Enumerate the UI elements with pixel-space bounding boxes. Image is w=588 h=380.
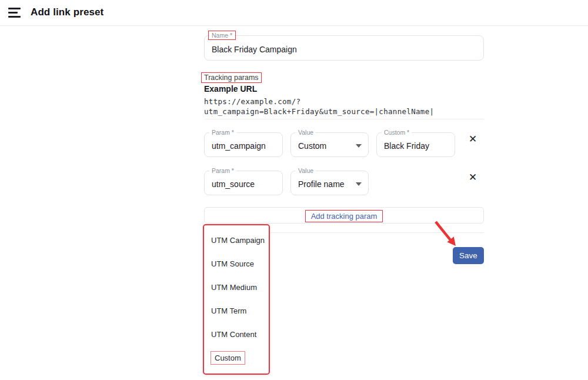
dropdown-option-custom[interactable]: Custom xyxy=(204,346,269,370)
name-field[interactable]: Name * Black Friday Campaign xyxy=(204,35,484,61)
example-url-line2: utm_campaign=Black+Friday&utm_source=|ch… xyxy=(204,107,434,116)
param-value-row1: utm_campaign xyxy=(212,141,266,151)
name-field-label: Name * xyxy=(209,32,235,39)
remove-param-row1-button[interactable]: ✕ xyxy=(467,134,478,145)
page: Add link preset Name * Black Friday Camp… xyxy=(0,0,588,380)
chevron-down-icon xyxy=(356,182,362,186)
divider xyxy=(204,119,484,119)
value-select-row2[interactable]: Value Profile name xyxy=(290,171,369,195)
tracking-params-label: Tracking params xyxy=(202,73,261,82)
name-field-value: Black Friday Campaign xyxy=(212,44,297,54)
value-label-row1: Value xyxy=(296,129,316,136)
hamburger-menu-icon[interactable] xyxy=(8,8,21,18)
custom-label-row1: Custom * xyxy=(382,129,412,136)
custom-option-label: Custom xyxy=(211,352,245,364)
app-header: Add link preset xyxy=(0,0,588,26)
value-select-row1[interactable]: Value Custom xyxy=(290,132,369,157)
param-label-row1: Param * xyxy=(209,129,236,136)
dropdown-option-utm-term[interactable]: UTM Term xyxy=(204,299,269,323)
example-url-line1: https://example.com/? xyxy=(204,97,300,106)
add-tracking-param-label: Add tracking param xyxy=(306,211,383,222)
param-label-row2: Param * xyxy=(209,167,236,174)
save-button[interactable]: Save xyxy=(453,247,484,264)
param-input-row1[interactable]: Param * utm_campaign xyxy=(204,132,283,157)
param-value-row2: utm_source xyxy=(212,179,255,189)
add-tracking-param-button[interactable]: Add tracking param xyxy=(204,207,484,224)
page-title: Add link preset xyxy=(31,6,103,18)
value-selected-row2: Profile name xyxy=(298,179,345,189)
remove-param-row2-button[interactable]: ✕ xyxy=(467,172,478,183)
param-input-row2[interactable]: Param * utm_source xyxy=(204,171,283,195)
param-type-dropdown: UTM Campaign UTM Source UTM Medium UTM T… xyxy=(204,225,269,374)
value-selected-row1: Custom xyxy=(298,141,326,151)
dropdown-option-utm-campaign[interactable]: UTM Campaign xyxy=(204,229,269,252)
chevron-down-icon xyxy=(356,144,362,148)
value-label-row2: Value xyxy=(296,167,316,174)
custom-value-row1: Black Friday xyxy=(384,141,429,151)
dropdown-option-utm-medium[interactable]: UTM Medium xyxy=(204,276,269,299)
example-url-heading: Example URL xyxy=(204,84,257,94)
dropdown-option-utm-source[interactable]: UTM Source xyxy=(204,252,269,276)
dropdown-option-utm-content[interactable]: UTM Content xyxy=(204,323,269,346)
custom-input-row1[interactable]: Custom * Black Friday xyxy=(376,132,455,157)
